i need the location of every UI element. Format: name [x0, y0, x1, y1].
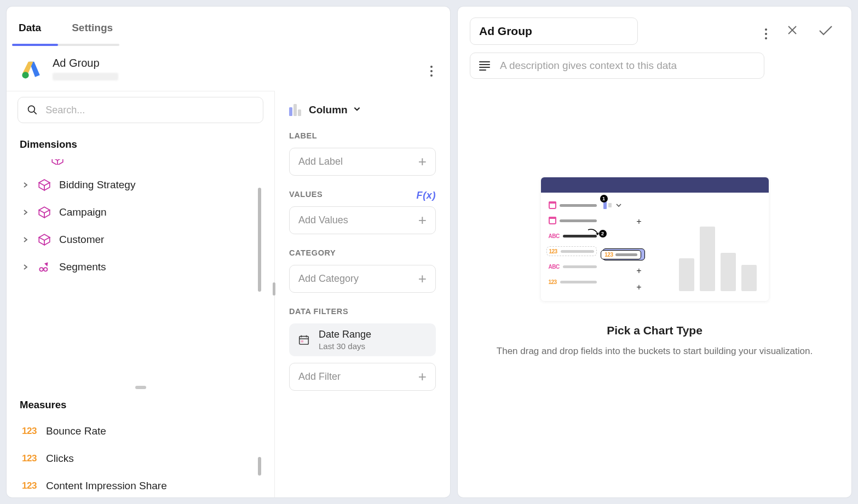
- filter-title: Date Range: [319, 329, 371, 340]
- dimensions-list: Bidding Strategy Campaign: [7, 155, 274, 285]
- dimension-label: Bidding Strategy: [59, 179, 135, 191]
- field-search[interactable]: [18, 97, 263, 123]
- empty-state: ABC 2 123 ABC 123: [470, 79, 839, 497]
- dimension-row-partial: [50, 157, 268, 167]
- google-ads-icon: [20, 57, 43, 80]
- plus-icon: +: [418, 373, 427, 381]
- svg-line-2: [34, 112, 37, 114]
- config-section-category: CATEGORY: [289, 248, 436, 257]
- paragraph-icon: [479, 61, 490, 71]
- close-button[interactable]: [786, 24, 799, 39]
- svg-point-3: [39, 268, 43, 271]
- data-source-title: Ad Group: [53, 57, 118, 69]
- field-picker: Dimensions: [7, 91, 275, 497]
- measures-scrollbar-thumb[interactable]: [258, 457, 261, 476]
- field-search-input[interactable]: [45, 105, 254, 116]
- number-type-icon: 123: [22, 453, 37, 464]
- data-config-panel: Data Settings Ad Group: [7, 7, 450, 497]
- check-icon: [817, 24, 834, 37]
- measures-heading: Measures: [7, 391, 274, 415]
- tab-settings[interactable]: Settings: [72, 19, 113, 34]
- label-dropzone[interactable]: Add Label +: [289, 148, 436, 176]
- kebab-icon: [430, 66, 433, 77]
- values-dropzone[interactable]: Add Values +: [289, 206, 436, 234]
- number-type-icon: 123: [22, 480, 37, 491]
- cube-icon: [37, 205, 51, 219]
- category-dropzone[interactable]: Add Category +: [289, 265, 436, 293]
- chevron-right-icon: [22, 181, 30, 189]
- measure-label: Content Impression Share: [46, 480, 167, 492]
- config-section-data-filters: DATA FILTERS: [289, 307, 436, 316]
- dimension-label: Customer: [59, 234, 104, 246]
- panel-more-button[interactable]: [765, 23, 767, 39]
- dimension-row[interactable]: Campaign: [20, 199, 268, 226]
- dimension-label: Segments: [59, 261, 106, 273]
- measure-row[interactable]: 123 Clicks: [20, 445, 268, 472]
- dimension-row[interactable]: Segments: [20, 253, 268, 281]
- cube-icon: [50, 159, 65, 165]
- dropzone-placeholder: Add Label: [298, 156, 343, 167]
- chart-type-selector[interactable]: Column: [289, 101, 436, 128]
- svg-rect-7: [301, 340, 304, 343]
- config-section-label: LABEL: [289, 131, 436, 140]
- chevron-right-icon: [22, 236, 30, 244]
- chevron-down-icon: [353, 105, 361, 115]
- dimension-label: Campaign: [59, 206, 107, 218]
- tab-data[interactable]: Data: [19, 19, 41, 34]
- measure-label: Clicks: [46, 453, 74, 465]
- dropzone-placeholder: Add Values: [298, 215, 348, 226]
- chart-type-label: Column: [309, 104, 348, 116]
- visualization-panel: ABC 2 123 ABC 123: [458, 7, 851, 497]
- measure-label: Bounce Rate: [46, 425, 106, 437]
- tab-underline: [12, 44, 119, 46]
- cube-icon: [37, 178, 51, 192]
- dimension-row[interactable]: Bidding Strategy: [20, 171, 268, 199]
- empty-state-graphic: ABC 2 123 ABC 123: [541, 177, 769, 301]
- chart-description-input[interactable]: [470, 53, 764, 79]
- add-filter-dropzone[interactable]: Add Filter +: [289, 363, 436, 391]
- dropzone-placeholder: Add Filter: [298, 371, 341, 383]
- segments-icon: [37, 260, 51, 274]
- fx-button[interactable]: F(x): [417, 190, 436, 201]
- measures-list: 123 Bounce Rate 123 Clicks 123 Content I…: [7, 415, 274, 497]
- dropzone-placeholder: Add Category: [298, 273, 359, 285]
- chart-description-field[interactable]: [500, 60, 755, 72]
- chart-title-input[interactable]: [470, 18, 638, 45]
- date-range-filter[interactable]: Date Range Last 30 days: [289, 323, 436, 356]
- data-source-more-button[interactable]: [426, 56, 437, 81]
- svg-point-4: [44, 268, 48, 271]
- plus-icon: +: [418, 158, 427, 166]
- plus-icon: +: [418, 216, 427, 225]
- pane-resize-handle[interactable]: [135, 386, 146, 389]
- cube-icon: [37, 233, 51, 247]
- svg-rect-5: [300, 337, 309, 345]
- dimensions-scrollbar-thumb[interactable]: [258, 188, 261, 292]
- measure-row[interactable]: 123 Content Impression Share: [20, 472, 268, 497]
- chevron-right-icon: [22, 263, 30, 271]
- plus-icon: +: [418, 275, 427, 283]
- kebab-icon: [765, 28, 767, 39]
- dimensions-heading: Dimensions: [7, 126, 274, 155]
- confirm-button[interactable]: [817, 24, 834, 39]
- close-icon: [786, 24, 799, 37]
- measure-row[interactable]: 123 Bounce Rate: [20, 418, 268, 445]
- data-source-header: Ad Group: [7, 46, 450, 91]
- calendar-icon: [298, 334, 310, 346]
- number-type-icon: 123: [22, 426, 37, 437]
- empty-state-subtitle: Then drag and drop fields into the bucke…: [497, 346, 813, 357]
- filter-subtitle: Last 30 days: [319, 341, 371, 351]
- chevron-right-icon: [22, 208, 30, 216]
- search-icon: [27, 104, 38, 116]
- svg-point-0: [22, 72, 28, 78]
- left-tabs: Data Settings: [7, 7, 450, 46]
- svg-point-1: [28, 106, 35, 112]
- empty-state-title: Pick a Chart Type: [607, 324, 702, 337]
- column-chart-icon: [289, 104, 301, 116]
- config-section-values: VALUES F(x): [289, 190, 436, 199]
- data-source-subtitle-redacted: [53, 73, 118, 80]
- chart-config: Column LABEL Add Label + VALUES F(x) Add…: [275, 91, 450, 497]
- dimension-row[interactable]: Customer: [20, 226, 268, 253]
- config-scrollbar-thumb[interactable]: [273, 282, 275, 296]
